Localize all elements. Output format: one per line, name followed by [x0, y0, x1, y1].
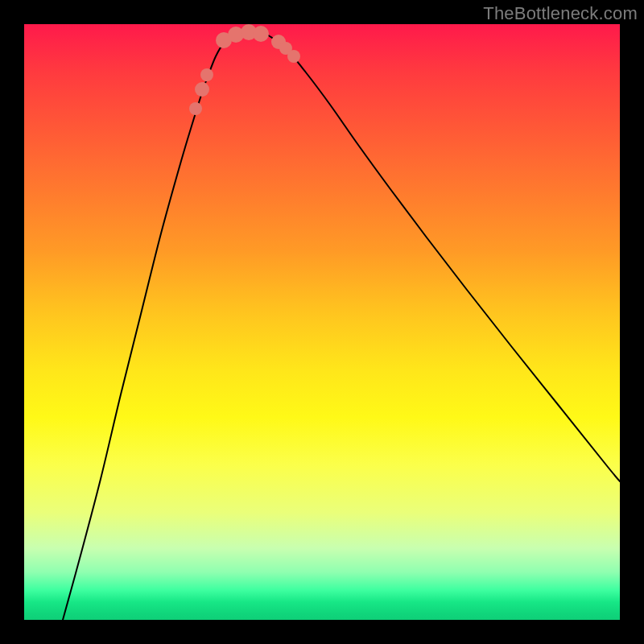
curve-layer: [24, 24, 620, 620]
curve-marker: [189, 102, 202, 115]
watermark-text: TheBottleneck.com: [483, 3, 638, 24]
bottleneck-curve: [63, 30, 620, 620]
curve-marker: [287, 50, 300, 63]
chart-frame: TheBottleneck.com: [0, 0, 644, 644]
curve-markers: [189, 24, 300, 115]
curve-marker: [200, 68, 213, 81]
curve-marker: [253, 26, 269, 42]
plot-area: [24, 24, 620, 620]
curve-marker: [195, 82, 209, 97]
